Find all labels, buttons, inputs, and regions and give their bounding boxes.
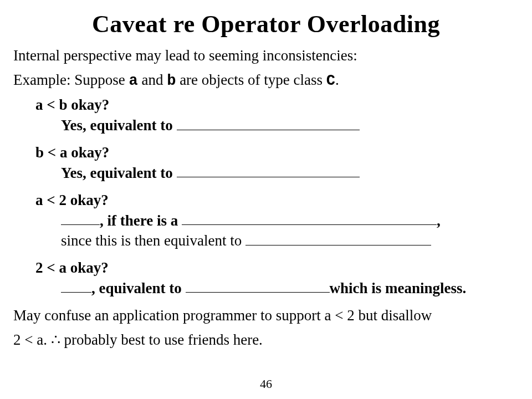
closing-2-post: probably best to use friends here.: [60, 331, 263, 348]
example-line: Example: Suppose a and b are objects of …: [13, 70, 519, 91]
intro-line: Internal perspective may lead to seeming…: [13, 46, 519, 66]
blank-4b: [186, 278, 330, 293]
slide: Caveat re Operator Overloading Internal …: [0, 0, 532, 399]
example-prefix: Example: Suppose: [13, 71, 129, 88]
closing-line-2: 2 < a. ∴ probably best to use friends he…: [13, 330, 519, 350]
example-end: .: [335, 71, 339, 88]
closing-line-1: May confuse an application programmer to…: [13, 306, 519, 326]
example-mid2: are objects of type class: [176, 71, 326, 88]
blank-2: [177, 163, 360, 178]
answer-4-end: which is meaningless.: [330, 279, 467, 296]
code-b: b: [167, 73, 176, 89]
therefore-symbol: ∴: [51, 330, 60, 350]
answer-3-line1: , if there is a ,: [61, 211, 519, 231]
answer-1: Yes, equivalent to: [61, 115, 519, 135]
closing-2-pre: 2 < a.: [13, 331, 51, 348]
question-block-1: a < b okay? Yes, equivalent to: [35, 95, 519, 135]
answer-2: Yes, equivalent to: [61, 163, 519, 183]
answer-1-prefix: Yes, equivalent to: [61, 117, 177, 134]
question-block-2: b < a okay? Yes, equivalent to: [35, 143, 519, 183]
answer-3-mid1: , if there is a: [100, 212, 182, 228]
question-block-3: a < 2 okay? , if there is a , since this…: [35, 191, 519, 250]
question-2: b < a okay?: [35, 143, 519, 163]
answer-3-line2-prefix: since this is then equivalent to: [61, 232, 245, 249]
code-c: C: [326, 73, 335, 89]
answer-4: , equivalent to which is meaningless.: [61, 278, 519, 298]
answer-3-line2: since this is then equivalent to: [61, 231, 519, 250]
example-mid1: and: [138, 71, 167, 88]
slide-title: Caveat re Operator Overloading: [13, 10, 519, 38]
question-1: a < b okay?: [35, 95, 519, 115]
question-block-4: 2 < a okay? , equivalent to which is mea…: [35, 258, 519, 298]
code-a: a: [129, 73, 137, 89]
blank-1: [177, 115, 360, 130]
answer-3-mid2: ,: [437, 212, 441, 228]
blank-3a: [61, 211, 100, 226]
blank-3b: [182, 211, 437, 226]
blank-4a: [61, 278, 91, 293]
answer-4-mid: , equivalent to: [91, 279, 186, 296]
question-4: 2 < a okay?: [35, 258, 519, 278]
question-3: a < 2 okay?: [35, 191, 519, 211]
blank-3c: [245, 231, 431, 245]
answer-2-prefix: Yes, equivalent to: [61, 164, 177, 181]
page-number: 46: [0, 377, 532, 391]
